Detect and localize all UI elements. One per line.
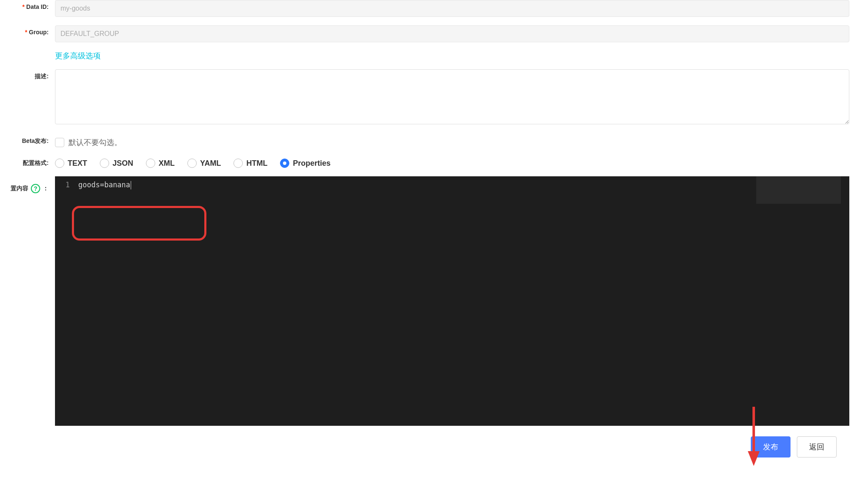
required-asterisk: * [22, 3, 25, 10]
radio-xml[interactable]: XML [146, 159, 175, 168]
code-editor[interactable]: 1 goods=banana [55, 176, 849, 426]
radio-text[interactable]: TEXT [55, 159, 87, 168]
advanced-options-link[interactable]: 更多高级选项 [55, 52, 101, 60]
radio-circle [233, 159, 243, 168]
description-textarea[interactable] [55, 69, 849, 124]
publish-button[interactable]: 发布 [751, 436, 791, 457]
line-number: 1 [55, 181, 78, 189]
description-label: 描述: [0, 69, 55, 80]
radio-label: YAML [200, 159, 221, 168]
radio-yaml[interactable]: YAML [187, 159, 221, 168]
content-label: 置内容 ? ： [0, 176, 55, 193]
group-label: *Group: [0, 25, 55, 36]
group-input[interactable] [55, 25, 849, 42]
back-button[interactable]: 返回 [797, 436, 837, 457]
beta-checkbox[interactable] [55, 138, 64, 147]
radio-label: XML [159, 159, 175, 168]
radio-html[interactable]: HTML [233, 159, 267, 168]
radio-json[interactable]: JSON [100, 159, 133, 168]
data-id-input[interactable] [55, 0, 849, 17]
radio-circle [100, 159, 109, 168]
help-icon[interactable]: ? [31, 184, 40, 193]
beta-label: Beta发布: [0, 134, 55, 145]
data-id-label: *Data ID: [0, 0, 55, 10]
beta-checkbox-label: 默认不要勾选。 [69, 137, 122, 148]
minimap[interactable] [756, 176, 841, 204]
radio-circle [55, 159, 64, 168]
radio-circle-selected [280, 159, 289, 168]
code-content: goods=banana [78, 181, 131, 189]
required-asterisk: * [25, 29, 27, 36]
radio-circle [187, 159, 197, 168]
format-label: 配置格式: [0, 156, 55, 167]
radio-properties[interactable]: Properties [280, 159, 330, 168]
cursor [131, 181, 131, 189]
radio-label: JSON [113, 159, 133, 168]
radio-label: TEXT [68, 159, 87, 168]
radio-label: HTML [246, 159, 267, 168]
radio-label: Properties [293, 159, 330, 168]
format-radio-group: TEXT JSON XML YAML HTML [55, 156, 849, 168]
radio-circle [146, 159, 155, 168]
